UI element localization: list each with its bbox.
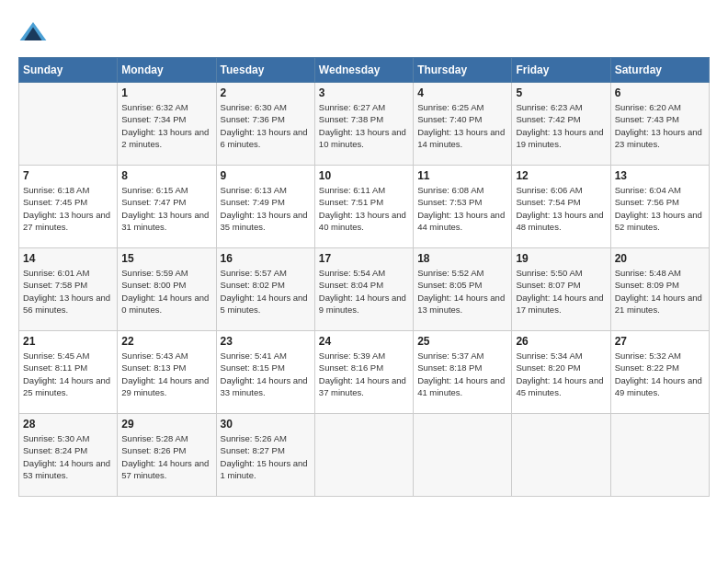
day-number: 25 [417,335,507,348]
day-number: 3 [319,86,409,99]
day-info: Sunrise: 6:08 AMSunset: 7:53 PMDaylight:… [417,184,507,233]
day-info: Sunrise: 6:25 AMSunset: 7:40 PMDaylight:… [417,101,507,150]
day-info: Sunrise: 6:30 AMSunset: 7:36 PMDaylight:… [221,101,311,150]
day-info: Sunrise: 6:20 AMSunset: 7:43 PMDaylight:… [615,101,705,150]
day-info: Sunrise: 5:41 AMSunset: 8:15 PMDaylight:… [221,350,311,398]
calendar-header-monday: Monday [118,58,216,83]
day-number: 18 [417,252,507,265]
day-info: Sunrise: 6:13 AMSunset: 7:49 PMDaylight:… [221,184,311,233]
calendar-week-row: 28 Sunrise: 5:30 AMSunset: 8:24 PMDaylig… [19,414,710,497]
day-info: Sunrise: 5:34 AMSunset: 8:20 PMDaylight:… [516,350,606,398]
day-info: Sunrise: 5:32 AMSunset: 8:22 PMDaylight:… [615,350,705,398]
day-number: 29 [121,418,211,431]
day-number: 8 [121,169,211,182]
day-number: 19 [516,252,606,265]
day-number: 28 [23,418,113,431]
day-number: 23 [221,335,311,348]
day-number: 26 [516,335,606,348]
calendar-header-thursday: Thursday [414,58,512,83]
calendar-table: SundayMondayTuesdayWednesdayThursdayFrid… [18,57,710,497]
calendar-cell: 30 Sunrise: 5:26 AMSunset: 8:27 PMDaylig… [216,414,314,497]
day-number: 15 [121,252,211,265]
calendar-cell: 14 Sunrise: 6:01 AMSunset: 7:58 PMDaylig… [19,248,118,331]
calendar-cell: 21 Sunrise: 5:45 AMSunset: 8:11 PMDaylig… [19,331,118,414]
day-number: 20 [615,252,705,265]
calendar-cell [414,414,512,497]
calendar-header-tuesday: Tuesday [216,58,314,83]
day-number: 21 [23,335,113,348]
day-info: Sunrise: 6:27 AMSunset: 7:38 PMDaylight:… [319,101,409,150]
day-info: Sunrise: 5:43 AMSunset: 8:13 PMDaylight:… [121,350,211,398]
calendar-cell: 7 Sunrise: 6:18 AMSunset: 7:45 PMDayligh… [19,166,118,248]
calendar-cell: 8 Sunrise: 6:15 AMSunset: 7:47 PMDayligh… [118,166,216,248]
calendar-cell: 12 Sunrise: 6:06 AMSunset: 7:54 PMDaylig… [512,166,610,248]
day-info: Sunrise: 5:59 AMSunset: 8:00 PMDaylight:… [121,267,211,316]
day-info: Sunrise: 6:01 AMSunset: 7:58 PMDaylight:… [23,267,113,316]
calendar-header-wednesday: Wednesday [314,58,413,83]
calendar-cell: 17 Sunrise: 5:54 AMSunset: 8:04 PMDaylig… [314,248,413,331]
day-number: 16 [221,252,311,265]
calendar-cell: 29 Sunrise: 5:28 AMSunset: 8:26 PMDaylig… [118,414,216,497]
calendar-cell: 9 Sunrise: 6:13 AMSunset: 7:49 PMDayligh… [216,166,314,248]
day-info: Sunrise: 5:50 AMSunset: 8:07 PMDaylight:… [516,267,606,316]
calendar-cell [512,414,610,497]
calendar-header-row: SundayMondayTuesdayWednesdayThursdayFrid… [19,58,710,83]
calendar-header-friday: Friday [512,58,610,83]
calendar-cell: 24 Sunrise: 5:39 AMSunset: 8:16 PMDaylig… [314,331,413,414]
calendar-cell: 6 Sunrise: 6:20 AMSunset: 7:43 PMDayligh… [610,83,709,166]
day-number: 1 [121,86,211,99]
calendar-cell: 11 Sunrise: 6:08 AMSunset: 7:53 PMDaylig… [414,166,512,248]
day-number: 7 [23,169,113,182]
day-number: 13 [615,169,705,182]
day-info: Sunrise: 6:15 AMSunset: 7:47 PMDaylight:… [121,184,211,233]
calendar-cell: 10 Sunrise: 6:11 AMSunset: 7:51 PMDaylig… [314,166,413,248]
calendar-week-row: 1 Sunrise: 6:32 AMSunset: 7:34 PMDayligh… [19,83,710,166]
day-info: Sunrise: 6:23 AMSunset: 7:42 PMDaylight:… [516,101,606,150]
day-info: Sunrise: 5:37 AMSunset: 8:18 PMDaylight:… [417,350,507,398]
calendar-cell: 28 Sunrise: 5:30 AMSunset: 8:24 PMDaylig… [19,414,118,497]
calendar-cell: 18 Sunrise: 5:52 AMSunset: 8:05 PMDaylig… [414,248,512,331]
calendar-cell: 13 Sunrise: 6:04 AMSunset: 7:56 PMDaylig… [610,166,709,248]
calendar-cell: 1 Sunrise: 6:32 AMSunset: 7:34 PMDayligh… [118,83,216,166]
day-info: Sunrise: 6:06 AMSunset: 7:54 PMDaylight:… [516,184,606,233]
page-header [18,18,710,48]
calendar-cell: 5 Sunrise: 6:23 AMSunset: 7:42 PMDayligh… [512,83,610,166]
calendar-cell: 26 Sunrise: 5:34 AMSunset: 8:20 PMDaylig… [512,331,610,414]
calendar-cell: 4 Sunrise: 6:25 AMSunset: 7:40 PMDayligh… [414,83,512,166]
day-info: Sunrise: 5:57 AMSunset: 8:02 PMDaylight:… [221,267,311,316]
day-number: 5 [516,86,606,99]
calendar-cell [610,414,709,497]
day-number: 27 [615,335,705,348]
day-info: Sunrise: 5:28 AMSunset: 8:26 PMDaylight:… [121,432,211,481]
calendar-cell: 20 Sunrise: 5:48 AMSunset: 8:09 PMDaylig… [610,248,709,331]
day-info: Sunrise: 6:32 AMSunset: 7:34 PMDaylight:… [121,101,211,150]
day-number: 2 [221,86,311,99]
calendar-week-row: 7 Sunrise: 6:18 AMSunset: 7:45 PMDayligh… [19,166,710,248]
day-info: Sunrise: 5:54 AMSunset: 8:04 PMDaylight:… [319,267,409,316]
day-number: 9 [221,169,311,182]
calendar-week-row: 14 Sunrise: 6:01 AMSunset: 7:58 PMDaylig… [19,248,710,331]
day-info: Sunrise: 5:39 AMSunset: 8:16 PMDaylight:… [319,350,409,398]
day-number: 12 [516,169,606,182]
calendar-cell: 27 Sunrise: 5:32 AMSunset: 8:22 PMDaylig… [610,331,709,414]
calendar-cell: 22 Sunrise: 5:43 AMSunset: 8:13 PMDaylig… [118,331,216,414]
logo [18,18,51,48]
day-number: 24 [319,335,409,348]
day-info: Sunrise: 5:48 AMSunset: 8:09 PMDaylight:… [615,267,705,316]
calendar-header-saturday: Saturday [610,58,709,83]
day-number: 22 [121,335,211,348]
day-number: 17 [319,252,409,265]
day-info: Sunrise: 5:52 AMSunset: 8:05 PMDaylight:… [417,267,507,316]
day-number: 14 [23,252,113,265]
calendar-cell: 3 Sunrise: 6:27 AMSunset: 7:38 PMDayligh… [314,83,413,166]
day-number: 30 [221,418,311,431]
calendar-cell [314,414,413,497]
day-number: 11 [417,169,507,182]
calendar-cell: 23 Sunrise: 5:41 AMSunset: 8:15 PMDaylig… [216,331,314,414]
day-info: Sunrise: 6:18 AMSunset: 7:45 PMDaylight:… [23,184,113,233]
day-info: Sunrise: 6:11 AMSunset: 7:51 PMDaylight:… [319,184,409,233]
calendar-cell: 16 Sunrise: 5:57 AMSunset: 8:02 PMDaylig… [216,248,314,331]
day-number: 4 [417,86,507,99]
logo-icon [18,18,48,48]
day-info: Sunrise: 5:45 AMSunset: 8:11 PMDaylight:… [23,350,113,398]
